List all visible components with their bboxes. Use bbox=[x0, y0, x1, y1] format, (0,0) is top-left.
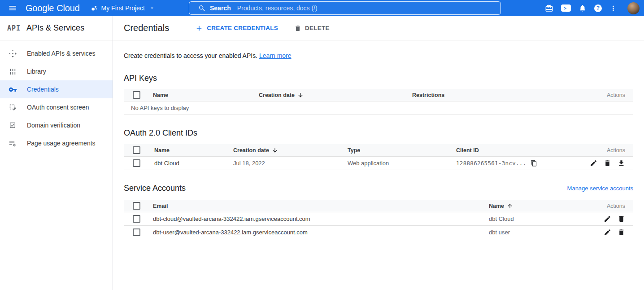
api-badge-icon: API bbox=[7, 24, 21, 32]
row-checkbox[interactable] bbox=[133, 215, 140, 223]
sidebar-item-label: Domain verification bbox=[27, 122, 80, 129]
create-credentials-button[interactable]: CREATE CREDENTIALS bbox=[195, 24, 278, 32]
key-icon bbox=[8, 85, 17, 94]
sidebar: API APIs & Services Enabled APIs & servi… bbox=[0, 16, 113, 290]
gift-icon bbox=[545, 4, 553, 13]
sidebar-item-domain-verification[interactable]: Domain verification bbox=[0, 116, 113, 134]
column-header-type[interactable]: Type bbox=[348, 147, 456, 154]
column-header-restrictions[interactable]: Restrictions bbox=[412, 92, 579, 98]
manage-service-accounts-link[interactable]: Manage service accounts bbox=[567, 185, 633, 192]
search-bar[interactable]: Search Products, resources, docs (/) bbox=[189, 1, 501, 15]
table-row: dbt Cloud Jul 18, 2022 Web application 1… bbox=[124, 157, 633, 170]
sidebar-item-label: Page usage agreements bbox=[27, 140, 96, 147]
column-header-creation-date[interactable]: Creation date bbox=[233, 147, 348, 154]
avatar[interactable] bbox=[627, 2, 640, 14]
sidebar-item-page-usage[interactable]: Page usage agreements bbox=[0, 134, 113, 152]
sidebar-item-library[interactable]: Library bbox=[0, 62, 113, 80]
chevron-down-icon bbox=[149, 5, 155, 11]
project-name: My First Project bbox=[101, 4, 145, 12]
client-id-value: 128886265561-3ncv... bbox=[456, 160, 527, 167]
page-title: Credentials bbox=[124, 23, 169, 33]
client-name[interactable]: dbt Cloud bbox=[154, 160, 233, 167]
client-creation-date: Jul 18, 2022 bbox=[233, 160, 348, 167]
trash-icon bbox=[294, 25, 301, 32]
help-icon: ? bbox=[594, 4, 602, 12]
select-all-checkbox[interactable] bbox=[133, 146, 140, 154]
row-checkbox[interactable] bbox=[133, 159, 140, 167]
trash-icon bbox=[618, 215, 625, 223]
topbar-right-actions: >_ ? bbox=[545, 2, 644, 14]
page-toolbar: Credentials CREATE CREDENTIALS DELETE bbox=[113, 16, 644, 40]
domain-verification-icon bbox=[8, 122, 17, 129]
free-trial-button[interactable] bbox=[545, 4, 553, 13]
copy-icon bbox=[531, 160, 537, 167]
sidebar-header: API APIs & Services bbox=[0, 16, 113, 40]
learn-more-link[interactable]: Learn more bbox=[259, 52, 292, 59]
select-all-checkbox[interactable] bbox=[133, 91, 140, 99]
project-icon bbox=[91, 4, 98, 12]
top-bar: Google Cloud My First Project Search Pro… bbox=[0, 0, 644, 16]
trash-icon bbox=[604, 159, 611, 167]
copy-button[interactable] bbox=[531, 160, 537, 167]
more-options-button[interactable] bbox=[609, 4, 617, 12]
enabled-apis-icon bbox=[8, 49, 17, 58]
google-cloud-logo[interactable]: Google Cloud bbox=[26, 3, 80, 13]
row-actions bbox=[584, 215, 633, 223]
column-header-actions: Actions bbox=[579, 147, 633, 154]
sidebar-item-label: OAuth consent screen bbox=[27, 104, 89, 111]
download-button[interactable] bbox=[618, 159, 625, 167]
edit-button[interactable] bbox=[590, 159, 597, 167]
delete-row-button[interactable] bbox=[618, 215, 625, 223]
api-keys-table: Name Creation date Restrictions Actions … bbox=[124, 89, 633, 114]
logo-text-google: Google bbox=[26, 3, 54, 13]
column-header-actions: Actions bbox=[579, 92, 633, 98]
pencil-icon bbox=[604, 215, 611, 223]
main-content: Credentials CREATE CREDENTIALS DELETE Cr… bbox=[113, 16, 644, 290]
sidebar-item-label: Library bbox=[27, 68, 46, 75]
column-header-name[interactable]: Name bbox=[154, 147, 233, 154]
row-actions bbox=[584, 228, 633, 236]
project-selector[interactable]: My First Project bbox=[91, 4, 155, 12]
sort-asc-icon bbox=[507, 203, 513, 209]
sidebar-item-credentials[interactable]: Credentials bbox=[0, 80, 113, 98]
table-header-row: Name Creation date Restrictions Actions bbox=[124, 89, 633, 101]
notifications-button[interactable] bbox=[579, 4, 587, 12]
client-id-cell: 128886265561-3ncv... bbox=[456, 160, 579, 167]
edit-button[interactable] bbox=[604, 215, 611, 223]
service-account-name: dbt user bbox=[489, 229, 584, 236]
delete-button[interactable]: DELETE bbox=[294, 25, 330, 32]
select-all-checkbox[interactable] bbox=[133, 202, 140, 210]
search-icon bbox=[198, 4, 206, 12]
table-header-row: Email Name Actions bbox=[124, 200, 633, 212]
column-header-actions: Actions bbox=[584, 203, 633, 209]
delete-row-button[interactable] bbox=[604, 159, 611, 167]
service-account-name: dbt Cloud bbox=[489, 215, 584, 222]
oauth-clients-title: OAuth 2.0 Client IDs bbox=[124, 128, 633, 138]
sort-desc-icon bbox=[272, 147, 278, 154]
column-header-name[interactable]: Name bbox=[489, 203, 584, 209]
help-button[interactable]: ? bbox=[594, 4, 602, 12]
sidebar-item-enabled-apis[interactable]: Enabled APIs & services bbox=[0, 44, 113, 62]
row-checkbox[interactable] bbox=[133, 228, 140, 236]
service-account-email[interactable]: dbt-user@vaulted-arcana-332422.iam.gserv… bbox=[153, 229, 489, 236]
service-accounts-table: Email Name Actions dbt-cloud@vaulted-arc… bbox=[124, 200, 633, 239]
plus-icon bbox=[195, 24, 203, 32]
page-body: API APIs & Services Enabled APIs & servi… bbox=[0, 16, 644, 290]
cloud-shell-button[interactable]: >_ bbox=[561, 4, 571, 12]
cloud-shell-icon: >_ bbox=[561, 4, 571, 12]
service-account-email[interactable]: dbt-cloud@vaulted-arcana-332422.iam.gser… bbox=[153, 215, 489, 222]
library-icon bbox=[8, 68, 17, 75]
delete-row-button[interactable] bbox=[618, 228, 625, 236]
edit-button[interactable] bbox=[604, 228, 611, 236]
column-header-creation-date[interactable]: Creation date bbox=[259, 92, 412, 98]
column-header-email[interactable]: Email bbox=[153, 203, 489, 209]
service-accounts-title: Service Accounts bbox=[124, 184, 186, 193]
sidebar-item-oauth-consent[interactable]: OAuth consent screen bbox=[0, 98, 113, 116]
table-row: dbt-cloud@vaulted-arcana-332422.iam.gser… bbox=[124, 212, 633, 226]
column-header-client-id[interactable]: Client ID bbox=[456, 147, 579, 154]
search-label: Search bbox=[210, 4, 231, 12]
oauth-clients-table: Name Creation date Type Client ID Action… bbox=[124, 144, 633, 170]
sidebar-item-label: Enabled APIs & services bbox=[27, 50, 96, 57]
hamburger-menu-button[interactable] bbox=[4, 0, 22, 16]
column-header-name[interactable]: Name bbox=[153, 92, 259, 98]
